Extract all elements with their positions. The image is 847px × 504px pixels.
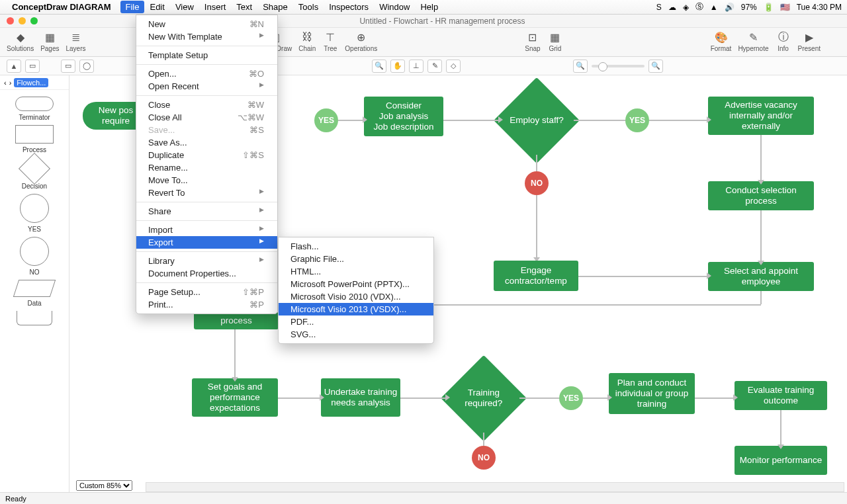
- export-menu-item[interactable]: HTML...: [279, 265, 433, 278]
- pointer-tool[interactable]: ▲: [7, 60, 21, 73]
- cloud-icon[interactable]: ☁: [668, 3, 676, 12]
- node-no-1[interactable]: NO: [525, 171, 549, 195]
- skype-icon[interactable]: Ⓢ: [695, 1, 703, 13]
- battery-percent[interactable]: 97%: [741, 3, 757, 12]
- node-appoint[interactable]: Select and appoint employee: [708, 262, 814, 291]
- shape-decision[interactable]: Decision: [22, 157, 47, 190]
- crumb-label[interactable]: Flowch...: [14, 78, 48, 87]
- node-process-partial[interactable]: process: [194, 312, 279, 329]
- file-menu-item[interactable]: Template Setup: [136, 49, 277, 62]
- app-name[interactable]: ConceptDraw DIAGRAM: [12, 2, 111, 12]
- menu-view[interactable]: View: [170, 1, 199, 13]
- menu-insert[interactable]: Insert: [199, 1, 232, 13]
- node-employ[interactable]: Employ staff?: [494, 77, 580, 163]
- node-plan-training[interactable]: Plan and conduct individual or group tra…: [609, 373, 695, 414]
- zoom-window-button[interactable]: [30, 17, 38, 24]
- shape-process[interactable]: Process: [15, 125, 54, 153]
- grid-button[interactable]: ▦Grid: [547, 30, 563, 52]
- zoom-out-icon[interactable]: 🔍: [573, 60, 588, 73]
- zoom-in-icon[interactable]: 🔍: [372, 60, 386, 73]
- export-menu-item[interactable]: Microsoft PowerPoint (PPTX)...: [279, 278, 433, 290]
- file-menu-item[interactable]: Save As...: [136, 136, 277, 149]
- zoom-fit-icon[interactable]: 🔍: [648, 60, 663, 73]
- hypernote-button[interactable]: ✎Hypernote: [738, 30, 768, 52]
- file-menu-item[interactable]: Save...⌘S: [136, 124, 277, 136]
- diamond-icon[interactable]: ◈: [683, 3, 689, 12]
- ellipse-tool[interactable]: ◯: [79, 60, 94, 73]
- export-menu-item[interactable]: Flash...: [279, 240, 433, 253]
- file-menu-item[interactable]: Rename...: [136, 161, 277, 174]
- library-breadcrumb[interactable]: ‹ › Flowch...: [0, 75, 69, 90]
- menu-inspectors[interactable]: Inspectors: [324, 1, 374, 13]
- rect-tool[interactable]: ▭: [61, 60, 75, 73]
- node-selection[interactable]: Conduct selection process: [708, 181, 814, 210]
- menu-help[interactable]: Help: [415, 1, 443, 13]
- export-menu-item[interactable]: Microsoft Visio 2010 (VDX)...: [279, 290, 433, 303]
- file-menu-item[interactable]: Share: [136, 205, 277, 218]
- tree-button[interactable]: ⊤Tree: [322, 30, 338, 52]
- node-no-2[interactable]: NO: [472, 446, 496, 470]
- file-menu-item[interactable]: Page Setup...⇧⌘P: [136, 286, 277, 298]
- file-menu-item[interactable]: Print...⌘P: [136, 298, 277, 311]
- minimize-window-button[interactable]: [19, 17, 26, 24]
- file-menu-item[interactable]: Move To...: [136, 174, 277, 187]
- fwd-icon[interactable]: ›: [9, 79, 12, 87]
- shape-data[interactable]: Data: [16, 280, 53, 307]
- node-consider[interactable]: Consider Job analysis Job description: [364, 97, 443, 136]
- menu-text[interactable]: Text: [231, 1, 257, 13]
- eraser-icon[interactable]: ◇: [446, 60, 461, 73]
- shape-more[interactable]: [17, 311, 52, 325]
- node-evaluate[interactable]: Evaluate training outcome: [735, 381, 827, 410]
- file-menu-item[interactable]: Close All⌥⌘W: [136, 111, 277, 124]
- pages-button[interactable]: ▦Pages: [40, 30, 59, 52]
- solutions-button[interactable]: ◆Solutions: [7, 30, 34, 52]
- clock[interactable]: Tue 4:30 PM: [797, 3, 842, 12]
- node-goals[interactable]: Set goals and performance expectations: [192, 378, 278, 417]
- snap-button[interactable]: ⊡Snap: [525, 30, 541, 52]
- horizontal-scrollbar[interactable]: [146, 482, 844, 492]
- file-menu-item[interactable]: Duplicate⇧⌘S: [136, 149, 277, 161]
- eyedropper-icon[interactable]: ✎: [427, 60, 442, 73]
- info-button[interactable]: ⓘInfo: [776, 30, 791, 52]
- node-yes-3[interactable]: YES: [559, 386, 583, 410]
- file-menu-item[interactable]: Library: [136, 255, 277, 267]
- node-training-req[interactable]: Training required?: [441, 355, 527, 441]
- volume-icon[interactable]: 🔊: [725, 3, 735, 12]
- zoom-select[interactable]: Custom 85%: [76, 480, 132, 491]
- node-training-needs[interactable]: Undertake training needs analysis: [321, 378, 400, 417]
- export-menu-item[interactable]: SVG...: [279, 328, 433, 341]
- menu-window[interactable]: Window: [374, 1, 415, 13]
- shape-terminator[interactable]: Terminator: [15, 97, 54, 121]
- menu-file[interactable]: File: [120, 1, 145, 13]
- export-menu-item[interactable]: Graphic File...: [279, 253, 433, 265]
- menu-tools[interactable]: Tools: [293, 1, 324, 13]
- file-menu-item[interactable]: Document Properties...: [136, 267, 277, 280]
- layers-button[interactable]: ≣Layers: [66, 30, 86, 52]
- chain-button[interactable]: ⛓Chain: [298, 30, 316, 52]
- operations-button[interactable]: ⊕Operations: [345, 30, 377, 52]
- file-menu-item[interactable]: New With Template: [136, 30, 277, 43]
- file-menu-item[interactable]: Close⌘W: [136, 99, 277, 111]
- node-yes-1[interactable]: YES: [314, 108, 338, 132]
- file-menu-item[interactable]: Import: [136, 224, 277, 236]
- node-yes-2[interactable]: YES: [625, 108, 649, 132]
- battery-icon[interactable]: 🔋: [764, 3, 774, 12]
- status-icon[interactable]: S: [656, 3, 662, 12]
- marquee-tool[interactable]: ▭: [25, 60, 40, 73]
- menu-edit[interactable]: Edit: [144, 1, 169, 13]
- file-menu-item[interactable]: Revert To: [136, 187, 277, 199]
- file-menu-item[interactable]: Open Recent: [136, 80, 277, 93]
- export-menu-item[interactable]: PDF...: [279, 315, 433, 328]
- format-button[interactable]: 🎨Format: [711, 30, 732, 52]
- present-button[interactable]: ▶Present: [798, 30, 821, 52]
- node-monitor[interactable]: Monitor performance: [735, 446, 827, 475]
- shape-no[interactable]: NO: [20, 237, 49, 276]
- wifi-icon[interactable]: ▲: [710, 3, 718, 12]
- close-window-button[interactable]: [7, 17, 14, 24]
- shape-yes[interactable]: YES: [20, 194, 49, 233]
- menu-shape[interactable]: Shape: [257, 1, 293, 13]
- hand-tool[interactable]: ✋: [390, 60, 405, 73]
- back-icon[interactable]: ‹: [4, 79, 7, 87]
- file-menu-item[interactable]: New⌘N: [136, 18, 277, 30]
- lock-tool[interactable]: ⊥: [409, 60, 424, 73]
